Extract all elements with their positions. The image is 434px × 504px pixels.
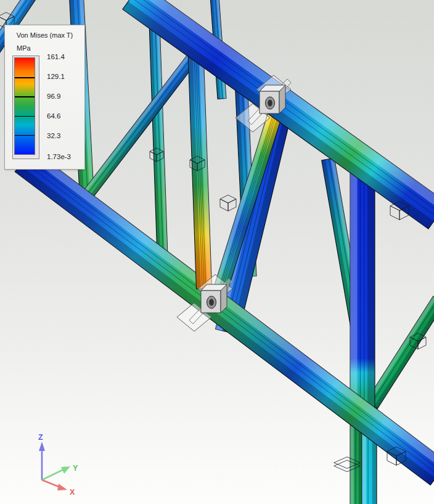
legend-tick: 129.1 [47, 73, 65, 80]
beam-top-chord [123, 0, 434, 229]
beam-column-upper [350, 173, 375, 411]
x-axis: X [42, 480, 75, 497]
stress-legend: Von Mises (max T) MPa 161.4 129.1 96.9 6… [4, 25, 85, 170]
legend-title: Von Mises (max T) [5, 31, 84, 39]
legend-tick: 96.9 [47, 93, 60, 100]
legend-tick: 32.3 [47, 132, 60, 139]
legend-tick: 64.6 [47, 112, 60, 120]
element-marker [220, 195, 236, 211]
3d-viewport[interactable]: Von Mises (max T) MPa 161.4 129.1 96.9 6… [0, 0, 434, 504]
legend-tick-labels: 161.4 129.1 96.9 64.6 32.3 1.73e-3 [47, 57, 90, 155]
z-axis: Z [38, 433, 45, 480]
colorbar-tick [15, 77, 35, 78]
y-axis-label: Y [73, 464, 78, 473]
legend-unit: MPa [17, 44, 84, 52]
legend-colorbar [14, 57, 35, 155]
legend-tick-max: 161.4 [47, 53, 65, 60]
colorbar-tick [15, 96, 35, 97]
beam-post-mid-high-stress [188, 43, 212, 289]
x-axis-label: X [70, 488, 75, 497]
z-axis-label: Z [38, 433, 43, 442]
colorbar-tick [15, 116, 35, 117]
legend-tick-min: 1.73e-3 [47, 153, 71, 160]
orientation-triad[interactable]: Z Y X [25, 429, 92, 500]
legend-colorbar-frame [12, 56, 39, 159]
y-axis: Y [42, 464, 78, 480]
colorbar-tick [15, 135, 35, 136]
